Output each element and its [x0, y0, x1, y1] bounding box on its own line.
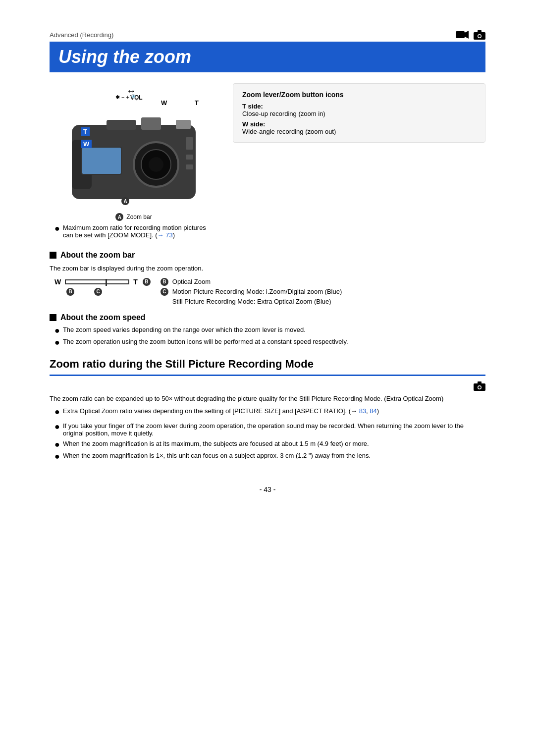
ref-73-link[interactable]: → 73 [158, 231, 173, 239]
svg-rect-17 [176, 120, 191, 129]
svg-rect-14 [186, 164, 193, 169]
circle-c-bottom: C [94, 288, 102, 296]
t-side-desc: Close-up recording (zoom in) [242, 110, 476, 117]
zoom-speed-text1: The zoom speed varies depending on the r… [63, 326, 306, 333]
zoom-lever-info-box: Zoom lever/Zoom button icons T side: Clo… [233, 83, 485, 143]
zoom-bar-bullet: ● Maximum zoom ratio for recording motio… [54, 224, 218, 239]
label-w-top: W [161, 99, 167, 107]
zoom-bar-heading: About the zoom bar [50, 251, 485, 260]
section2-bullet3: ● When the zoom magnification is at its … [54, 440, 485, 449]
main-content-row: ↔ VOL ✱ − + 🔍 W T [50, 83, 485, 242]
svg-rect-12 [186, 137, 193, 150]
bullet-dot: ● [54, 224, 60, 233]
svg-rect-16 [141, 117, 161, 130]
page-number: - 43 - [50, 481, 485, 493]
breadcrumb-icons [456, 30, 485, 40]
section2-bullet1: ● Extra Optical Zoom ratio varies depend… [54, 407, 485, 416]
svg-rect-15 [107, 120, 136, 130]
zoom-speed-bullet2: ● The zoom operation using the zoom butt… [54, 338, 485, 347]
section2-text3: When the zoom magnification is at its ma… [63, 440, 369, 447]
section2-camera-icon [474, 381, 485, 391]
zoom-lever-title: Zoom lever/Zoom button icons [242, 91, 476, 99]
label-t: T [81, 127, 90, 136]
page: Advanced (Recording) Using the zoom ↔ [0, 0, 535, 756]
svg-rect-11 [82, 147, 121, 174]
label-w: W [81, 140, 92, 148]
bullet-dot-3: ● [54, 338, 60, 347]
anno-c-circle: C [160, 288, 168, 296]
zoom-speed-heading-text: About the zoom speed [60, 313, 146, 322]
zoom-bar-note-row: A Zoom bar [115, 213, 152, 221]
svg-rect-3 [478, 30, 482, 33]
zoom-bar-desc-text: The zoom bar is displayed during the zoo… [50, 264, 485, 274]
video-camera-icon [456, 30, 469, 39]
anno-optical: B Optical Zoom [160, 278, 342, 286]
bullet-dot-s2-1: ● [54, 407, 60, 416]
zoom-bar-desc: Maximum zoom ratio for recording motion … [63, 224, 218, 239]
zoom-position-indicator [106, 279, 107, 286]
svg-point-21 [479, 386, 481, 388]
circle-a-label: A [115, 213, 123, 221]
section-square-icon-2 [50, 314, 56, 321]
zoom-icons: ✱ − + 🔍 [115, 94, 138, 101]
breadcrumb: Advanced (Recording) [50, 30, 485, 40]
svg-rect-13 [186, 155, 193, 160]
zoom-track [65, 279, 129, 284]
zoom-w-label: W [54, 278, 61, 286]
anno-b-circle: B [160, 278, 168, 286]
ref-83-link[interactable]: 83 [359, 407, 366, 415]
zoom-t-label: T [133, 278, 138, 286]
sub-markers: B C [66, 288, 102, 296]
zoom-track-container: W T B [54, 278, 151, 286]
svg-point-5 [479, 35, 481, 38]
camera-svg [57, 110, 211, 209]
section2-title: Zoom ratio during the Still Picture Reco… [50, 358, 485, 371]
bullet-dot-s2-4: ● [54, 452, 60, 461]
still-zoom-label-row: Still Picture Recording Mode: Extra Opti… [160, 298, 342, 305]
t-side-label: T side: [242, 103, 476, 110]
bullet-dot-s2-3: ● [54, 440, 60, 449]
section-square-icon [50, 252, 56, 259]
section2-text2: If you take your finger off the zoom lev… [63, 422, 485, 437]
camera-diagram: ↔ VOL ✱ − + 🔍 W T [50, 83, 218, 242]
section2-text4: When the zoom magnification is 1×, this … [63, 452, 371, 459]
label-t-top: T [195, 99, 199, 107]
circle-b-bottom: B [66, 288, 74, 296]
bullet-dot-s2-2: ● [54, 422, 60, 431]
zoom-speed-text2: The zoom operation using the zoom button… [63, 338, 348, 345]
anno-motion: C Motion Picture Recording Mode: i.Zoom/… [160, 288, 342, 296]
circle-b: B [143, 278, 151, 286]
section2-divider [50, 375, 485, 376]
zoom-bar-text: Zoom bar [126, 214, 152, 220]
about-zoom-bar-section: About the zoom bar The zoom bar is displ… [50, 251, 485, 305]
section2-bullet4: ● When the zoom magnification is 1×, thi… [54, 452, 485, 461]
w-side-desc: Wide-angle recording (zoom out) [242, 128, 476, 135]
still-zoom-label: Still Picture Recording Mode: Extra Opti… [172, 298, 331, 305]
section2-bullet2: ● If you take your finger off the zoom l… [54, 422, 485, 437]
w-side-label: W side: [242, 120, 476, 128]
section2: Zoom ratio during the Still Picture Reco… [50, 358, 485, 461]
zoom-bar-diagram-row: W T B B C B Optical Zoom [54, 278, 485, 305]
about-zoom-speed-section: About the zoom speed ● The zoom speed va… [50, 313, 485, 347]
section2-desc: The zoom ratio can be expanded up to 50×… [50, 394, 485, 404]
svg-marker-1 [465, 31, 469, 39]
page-title-bar: Using the zoom [50, 42, 485, 72]
zoom-speed-bullet1: ● The zoom speed varies depending on the… [54, 326, 485, 335]
bullet-dot-2: ● [54, 326, 60, 335]
circle-a: A [121, 197, 129, 205]
svg-rect-19 [478, 381, 482, 384]
svg-rect-0 [456, 31, 465, 38]
breadcrumb-text: Advanced (Recording) [50, 31, 113, 39]
section2-icon-row [50, 381, 485, 391]
zoom-bar-heading-text: About the zoom bar [60, 251, 135, 260]
zoom-bar-diagram: W T B B C [54, 278, 151, 296]
camera-illustration: T W A [57, 110, 211, 209]
photo-camera-icon [474, 30, 485, 40]
ref-84-link[interactable]: 84 [370, 407, 376, 415]
motion-zoom-label: Motion Picture Recording Mode: i.Zoom/Di… [172, 288, 342, 295]
label-a-container: A [121, 197, 129, 205]
svg-point-10 [149, 157, 163, 172]
zoom-bar-annotations: B Optical Zoom C Motion Picture Recordin… [160, 278, 342, 305]
section2-text1: Extra Optical Zoom ratio varies dependin… [63, 407, 379, 415]
zoom-speed-heading: About the zoom speed [50, 313, 485, 322]
